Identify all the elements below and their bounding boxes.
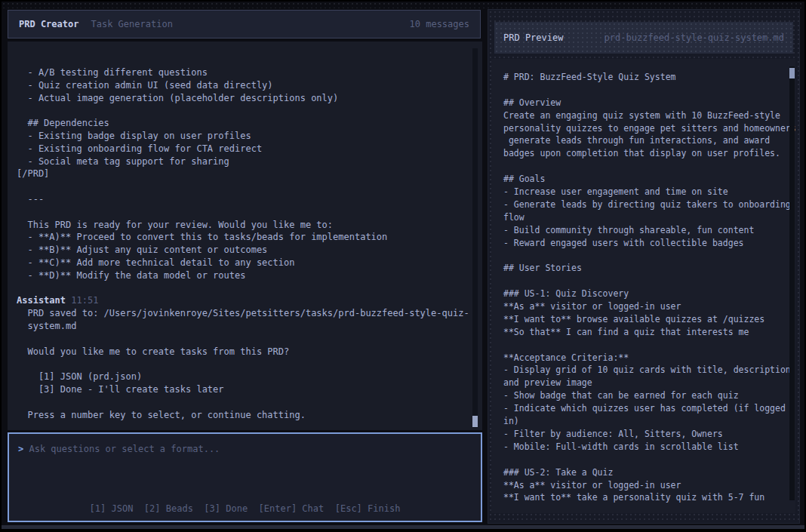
input-prompt-row[interactable]: > Ask questions or select a format...	[18, 444, 220, 454]
text-line: Press a number key to select, or continu…	[17, 409, 482, 422]
text-line: Assistant 11:51	[17, 294, 482, 307]
text-line: - Filter by audience: All, Sitters, Owne…	[503, 428, 785, 441]
mode-label: Task Generation	[91, 19, 172, 29]
text-line: PRD saved to: /Users/jovinkenroye/Sites/…	[17, 307, 482, 320]
text-line: - Existing badge display on user profile…	[17, 130, 482, 143]
text-line: ## Overview	[503, 97, 785, 109]
text-line	[17, 180, 482, 193]
chat-transcript[interactable]: - A/B testing different questions - Quiz…	[8, 42, 482, 430]
chat-scrollbar-thumb[interactable]	[472, 416, 478, 427]
text-line: ## User Stories	[503, 262, 785, 275]
text-line: - **C)** Add more technical detail to an…	[17, 257, 482, 269]
text-line	[503, 339, 785, 352]
text-line: **I want to** browse available quizzes a…	[503, 313, 785, 326]
text-line: - **A)** Proceed to convert this to task…	[17, 231, 482, 244]
text-line: ## Goals	[503, 173, 785, 186]
text-line: [3] Done - I'll create tasks later	[17, 383, 482, 396]
text-line: generate leads through fun interactions,…	[503, 134, 785, 147]
text-line	[503, 160, 785, 173]
text-line: - Indicate which quizzes user has comple…	[503, 402, 785, 415]
text-line: badges upon completion that display on u…	[503, 147, 785, 160]
text-line: - Social meta tag support for sharing	[17, 155, 482, 168]
message-count-badge: 10 messages	[410, 19, 469, 29]
text-line	[17, 333, 482, 346]
text-line: - **B)** Adjust any quiz content or outc…	[17, 244, 482, 257]
text-line: **Acceptance Criteria:**	[503, 352, 785, 364]
chat-header: PRD Creator Task Generation 10 messages	[8, 10, 481, 38]
text-line	[17, 358, 482, 371]
text-line: **I want to** take a personality quiz wi…	[503, 491, 785, 504]
preview-title: PRD Preview	[503, 32, 563, 43]
text-line: - Build community through shareable, fun…	[503, 224, 785, 237]
text-line: **So that** I can find a quiz that inter…	[503, 326, 785, 339]
hotkey-hints: [1] JSON [2] Beads [3] Done [Enter] Chat…	[9, 503, 481, 514]
text-line: This PRD is ready for your review. Would…	[17, 219, 482, 232]
app-frame: PRD Creator Task Generation 10 messages …	[2, 2, 804, 529]
text-line: [/PRD]	[17, 168, 482, 180]
text-line	[503, 275, 785, 288]
text-line	[17, 104, 482, 117]
text-line: ### US-2: Take a Quiz	[503, 466, 785, 479]
text-line	[503, 84, 785, 97]
text-line: - Increase user engagement and time on s…	[503, 186, 785, 198]
text-line: ---	[17, 193, 482, 206]
text-line	[17, 206, 482, 219]
text-line	[17, 282, 482, 295]
chat-lines: - A/B testing different questions - Quiz…	[17, 66, 482, 421]
text-line: personality quizzes to engage pet sitter…	[503, 122, 785, 135]
window-bottom-edge	[2, 525, 804, 529]
preview-filename: prd-buzzfeed-style-quiz-system.md	[604, 32, 784, 43]
text-line: in)	[503, 415, 785, 428]
text-line: - Reward engaged users with collectible …	[503, 237, 785, 250]
text-line: - Generate leads by directing quiz taker…	[503, 198, 785, 211]
text-line: - Existing onboarding flow for CTA redir…	[17, 143, 482, 155]
app-title: PRD Creator	[19, 19, 78, 29]
text-line	[503, 454, 785, 466]
text-line: **As a** visitor or logged-in user	[503, 300, 785, 313]
text-line: - Actual image generation (placeholder d…	[17, 92, 482, 105]
text-line	[17, 396, 482, 409]
text-line: Would you like me to create tasks from t…	[17, 346, 482, 358]
text-line: # PRD: BuzzFeed-Style Quiz System	[503, 71, 785, 84]
text-line: - A/B testing different questions	[17, 66, 482, 79]
text-line: flow	[503, 211, 785, 224]
input-placeholder: Ask questions or select a format...	[29, 444, 220, 454]
chat-input[interactable]: > Ask questions or select a format... [1…	[8, 432, 482, 522]
preview-scrollbar-track[interactable]	[789, 66, 795, 500]
text-line: - Display grid of 10 quiz cards with tit…	[503, 364, 785, 377]
text-line: system.md	[17, 320, 482, 333]
text-line: ### US-1: Quiz Discovery	[503, 288, 785, 300]
text-line: - **D)** Modify the data model or routes	[17, 269, 482, 282]
top-texture	[2, 2, 804, 8]
text-line: and preview image	[503, 377, 785, 389]
text-line: - Show badge that can be earned for each…	[503, 389, 785, 402]
preview-header: PRD Preview prd-buzzfeed-style-quiz-syst…	[494, 22, 793, 54]
text-line: [1] JSON (prd.json)	[17, 371, 482, 383]
preview-document[interactable]: # PRD: BuzzFeed-Style Quiz System ## Ove…	[491, 59, 795, 513]
text-line: **As a** visitor or logged-in user	[503, 479, 785, 492]
text-line: Create an engaging quiz system with 10 B…	[503, 109, 785, 122]
text-line: - Mobile: Full-width cards in scrollable…	[503, 441, 785, 454]
preview-lines: # PRD: BuzzFeed-Style Quiz System ## Ove…	[503, 71, 785, 504]
text-line	[503, 249, 785, 262]
text-line: ## Dependencies	[17, 117, 482, 130]
text-line: - Quiz creation admin UI (seed data dire…	[17, 79, 482, 92]
chat-scrollbar-track[interactable]	[472, 48, 478, 428]
preview-panel: PRD Preview prd-buzzfeed-style-quiz-syst…	[488, 9, 800, 524]
preview-scrollbar-thumb[interactable]	[789, 68, 795, 78]
